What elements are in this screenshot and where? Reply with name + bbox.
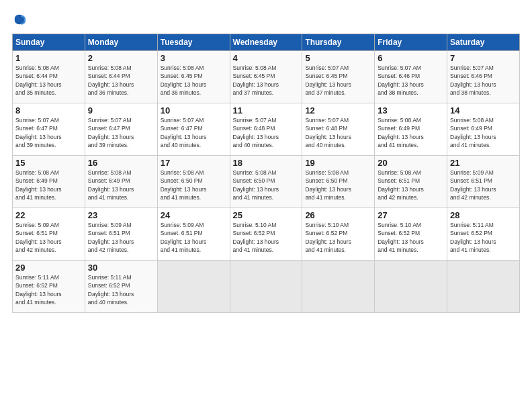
day-number: 25 — [233, 210, 300, 220]
day-info: Sunrise: 5:08 AM Sunset: 6:44 PM Dayligh… — [88, 64, 154, 97]
day-number: 26 — [305, 210, 371, 220]
day-info: Sunrise: 5:11 AM Sunset: 6:52 PM Dayligh… — [15, 273, 82, 306]
calendar-cell: 3Sunrise: 5:08 AM Sunset: 6:45 PM Daylig… — [157, 51, 230, 103]
day-info: Sunrise: 5:08 AM Sunset: 6:45 PM Dayligh… — [161, 64, 227, 97]
calendar-cell: 30Sunrise: 5:11 AM Sunset: 6:52 PM Dayli… — [85, 261, 157, 313]
day-info: Sunrise: 5:08 AM Sunset: 6:49 PM Dayligh… — [378, 116, 444, 149]
calendar-cell: 18Sunrise: 5:08 AM Sunset: 6:50 PM Dayli… — [230, 156, 302, 208]
day-info: Sunrise: 5:08 AM Sunset: 6:50 PM Dayligh… — [305, 169, 371, 201]
calendar-cell: 16Sunrise: 5:08 AM Sunset: 6:49 PM Dayli… — [85, 156, 157, 208]
day-info: Sunrise: 5:10 AM Sunset: 6:52 PM Dayligh… — [233, 221, 300, 254]
calendar-cell: 12Sunrise: 5:07 AM Sunset: 6:48 PM Dayli… — [302, 103, 375, 156]
calendar-week-row: 22Sunrise: 5:09 AM Sunset: 6:51 PM Dayli… — [13, 208, 520, 261]
calendar-cell: 29Sunrise: 5:11 AM Sunset: 6:52 PM Dayli… — [13, 261, 85, 313]
calendar-cell: 14Sunrise: 5:08 AM Sunset: 6:49 PM Dayli… — [447, 103, 520, 156]
day-info: Sunrise: 5:09 AM Sunset: 6:51 PM Dayligh… — [88, 221, 154, 254]
day-number: 16 — [88, 158, 154, 168]
day-info: Sunrise: 5:07 AM Sunset: 6:48 PM Dayligh… — [305, 116, 371, 149]
calendar-week-row: 15Sunrise: 5:08 AM Sunset: 6:49 PM Dayli… — [13, 156, 520, 208]
calendar-cell: 23Sunrise: 5:09 AM Sunset: 6:51 PM Dayli… — [85, 208, 157, 261]
day-number: 22 — [15, 210, 82, 220]
calendar-week-row: 1Sunrise: 5:08 AM Sunset: 6:44 PM Daylig… — [13, 51, 520, 103]
col-header-wednesday: Wednesday — [230, 34, 302, 51]
day-info: Sunrise: 5:08 AM Sunset: 6:49 PM Dayligh… — [450, 116, 517, 149]
col-header-tuesday: Tuesday — [157, 34, 230, 51]
day-number: 9 — [88, 105, 154, 116]
day-info: Sunrise: 5:11 AM Sunset: 6:52 PM Dayligh… — [88, 273, 154, 306]
calendar-cell: 2Sunrise: 5:08 AM Sunset: 6:44 PM Daylig… — [85, 51, 157, 103]
day-number: 20 — [378, 158, 444, 168]
calendar-cell: 8Sunrise: 5:07 AM Sunset: 6:47 PM Daylig… — [13, 103, 85, 156]
calendar-cell — [447, 261, 520, 313]
day-info: Sunrise: 5:08 AM Sunset: 6:44 PM Dayligh… — [15, 64, 82, 97]
col-header-monday: Monday — [85, 34, 157, 51]
calendar-week-row: 8Sunrise: 5:07 AM Sunset: 6:47 PM Daylig… — [13, 103, 520, 156]
day-info: Sunrise: 5:08 AM Sunset: 6:50 PM Dayligh… — [233, 169, 300, 201]
day-number: 15 — [15, 158, 82, 168]
calendar-cell: 28Sunrise: 5:11 AM Sunset: 6:52 PM Dayli… — [447, 208, 520, 261]
day-number: 24 — [161, 210, 227, 220]
calendar-cell: 27Sunrise: 5:10 AM Sunset: 6:52 PM Dayli… — [375, 208, 447, 261]
day-info: Sunrise: 5:07 AM Sunset: 6:45 PM Dayligh… — [305, 64, 371, 97]
day-number: 12 — [305, 105, 371, 116]
calendar-cell: 4Sunrise: 5:08 AM Sunset: 6:45 PM Daylig… — [230, 51, 302, 103]
calendar-cell: 20Sunrise: 5:08 AM Sunset: 6:51 PM Dayli… — [375, 156, 447, 208]
day-info: Sunrise: 5:10 AM Sunset: 6:52 PM Dayligh… — [378, 221, 444, 254]
day-number: 29 — [15, 263, 82, 273]
calendar-cell: 1Sunrise: 5:08 AM Sunset: 6:44 PM Daylig… — [13, 51, 85, 103]
calendar-cell: 24Sunrise: 5:09 AM Sunset: 6:51 PM Dayli… — [157, 208, 230, 261]
calendar-page: SundayMondayTuesdayWednesdayThursdayFrid… — [0, 0, 532, 411]
calendar-cell — [302, 261, 375, 313]
day-number: 7 — [450, 53, 517, 63]
day-number: 13 — [378, 105, 444, 116]
calendar-cell: 19Sunrise: 5:08 AM Sunset: 6:50 PM Dayli… — [302, 156, 375, 208]
day-number: 27 — [378, 210, 444, 220]
day-info: Sunrise: 5:09 AM Sunset: 6:51 PM Dayligh… — [450, 169, 517, 201]
col-header-thursday: Thursday — [302, 34, 375, 51]
day-info: Sunrise: 5:08 AM Sunset: 6:45 PM Dayligh… — [233, 64, 300, 97]
calendar-cell: 5Sunrise: 5:07 AM Sunset: 6:45 PM Daylig… — [302, 51, 375, 103]
day-info: Sunrise: 5:09 AM Sunset: 6:51 PM Dayligh… — [161, 221, 227, 254]
day-number: 14 — [450, 105, 517, 116]
calendar-cell — [157, 261, 230, 313]
calendar-cell: 15Sunrise: 5:08 AM Sunset: 6:49 PM Dayli… — [13, 156, 85, 208]
calendar-cell: 26Sunrise: 5:10 AM Sunset: 6:52 PM Dayli… — [302, 208, 375, 261]
day-number: 3 — [161, 53, 227, 63]
day-info: Sunrise: 5:07 AM Sunset: 6:46 PM Dayligh… — [450, 64, 517, 97]
calendar-cell: 21Sunrise: 5:09 AM Sunset: 6:51 PM Dayli… — [447, 156, 520, 208]
calendar-cell: 11Sunrise: 5:07 AM Sunset: 6:48 PM Dayli… — [230, 103, 302, 156]
day-number: 1 — [15, 53, 82, 63]
calendar-cell — [375, 261, 447, 313]
day-number: 6 — [378, 53, 444, 63]
day-number: 10 — [161, 105, 227, 116]
col-header-friday: Friday — [375, 34, 447, 51]
day-number: 5 — [305, 53, 371, 63]
day-number: 30 — [88, 263, 154, 273]
day-info: Sunrise: 5:08 AM Sunset: 6:50 PM Dayligh… — [161, 169, 227, 201]
calendar-table: SundayMondayTuesdayWednesdayThursdayFrid… — [12, 34, 520, 313]
day-info: Sunrise: 5:07 AM Sunset: 6:46 PM Dayligh… — [378, 64, 444, 97]
col-header-saturday: Saturday — [447, 34, 520, 51]
day-number: 2 — [88, 53, 154, 63]
day-info: Sunrise: 5:07 AM Sunset: 6:47 PM Dayligh… — [15, 116, 82, 149]
calendar-cell: 17Sunrise: 5:08 AM Sunset: 6:50 PM Dayli… — [157, 156, 230, 208]
calendar-cell: 6Sunrise: 5:07 AM Sunset: 6:46 PM Daylig… — [375, 51, 447, 103]
day-number: 23 — [88, 210, 154, 220]
day-number: 21 — [450, 158, 517, 168]
logo — [12, 12, 28, 27]
day-info: Sunrise: 5:08 AM Sunset: 6:51 PM Dayligh… — [378, 169, 444, 201]
calendar-cell: 13Sunrise: 5:08 AM Sunset: 6:49 PM Dayli… — [375, 103, 447, 156]
day-info: Sunrise: 5:09 AM Sunset: 6:51 PM Dayligh… — [15, 221, 82, 254]
calendar-header-row: SundayMondayTuesdayWednesdayThursdayFrid… — [13, 34, 520, 51]
day-info: Sunrise: 5:07 AM Sunset: 6:47 PM Dayligh… — [161, 116, 227, 149]
day-info: Sunrise: 5:07 AM Sunset: 6:48 PM Dayligh… — [233, 116, 300, 149]
day-info: Sunrise: 5:08 AM Sunset: 6:49 PM Dayligh… — [15, 169, 82, 201]
day-number: 4 — [233, 53, 300, 63]
day-info: Sunrise: 5:08 AM Sunset: 6:49 PM Dayligh… — [88, 169, 154, 201]
calendar-cell: 10Sunrise: 5:07 AM Sunset: 6:47 PM Dayli… — [157, 103, 230, 156]
calendar-cell: 22Sunrise: 5:09 AM Sunset: 6:51 PM Dayli… — [13, 208, 85, 261]
calendar-cell — [230, 261, 302, 313]
calendar-cell: 25Sunrise: 5:10 AM Sunset: 6:52 PM Dayli… — [230, 208, 302, 261]
day-info: Sunrise: 5:07 AM Sunset: 6:47 PM Dayligh… — [88, 116, 154, 149]
day-number: 19 — [305, 158, 371, 168]
